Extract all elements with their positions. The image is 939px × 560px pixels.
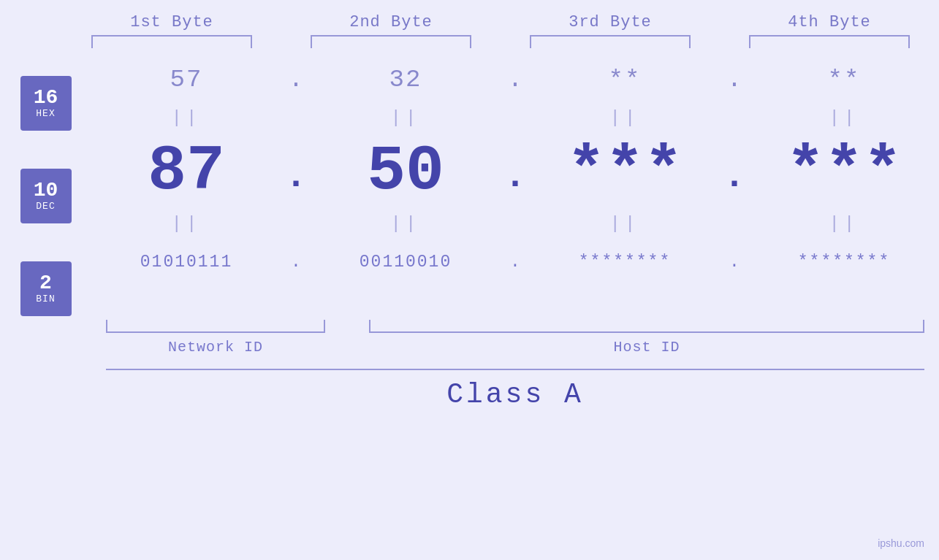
byte-label-3: 3rd Byte (515, 13, 705, 31)
bottom-bracket-network (106, 320, 325, 333)
main-layout: 1st Byte 2nd Byte 3rd Byte 4th Byte (0, 0, 939, 560)
hex-badge: 16 HEX (20, 76, 72, 131)
byte-label-4: 4th Byte (734, 13, 924, 31)
dec-dot-1: . (285, 156, 307, 197)
dec-dot-2: . (504, 156, 526, 197)
bin-badge-label: BIN (36, 294, 55, 304)
eq-sym-1: || (91, 108, 281, 128)
hex-val-2: 32 (389, 66, 422, 93)
bracket-3 (530, 35, 691, 48)
dec-val-4: *** (786, 135, 902, 207)
hex-dot-2: . (508, 66, 522, 93)
host-id-label: Host ID (369, 339, 924, 356)
eq-sym-4: || (749, 108, 939, 128)
dec-val-1: 87 (148, 135, 225, 207)
bin-val-4: ******** (798, 253, 890, 272)
bottom-bracket-host (369, 320, 924, 333)
class-bracket-line (106, 369, 924, 370)
bin-dot-3: . (729, 253, 740, 272)
dec-dot-3: . (723, 156, 745, 197)
bin-dot-2: . (510, 253, 520, 272)
bracket-1 (91, 35, 252, 48)
dec-row: 87 . 50 . *** . *** (91, 131, 939, 211)
dec-badge: 10 DEC (20, 169, 72, 223)
eq-sym-2: || (311, 108, 501, 128)
dec-val-3: *** (567, 135, 683, 207)
bin-row: 01010111 . 00110010 . ******** . *******… (91, 237, 939, 288)
bin-val-1: 01010111 (140, 253, 232, 272)
hex-dot-1: . (289, 66, 303, 93)
class-label-row: Class A (106, 379, 924, 410)
byte-label-2: 2nd Byte (296, 13, 486, 31)
bin-dot-1: . (291, 253, 301, 272)
eq-row-2: || || || || (91, 211, 939, 237)
eq-sym-5: || (91, 214, 281, 234)
badges-column: 16 HEX 10 DEC 2 BIN (0, 54, 91, 316)
eq-sym-3: || (530, 108, 720, 128)
dec-val-2: 50 (367, 135, 444, 207)
dec-badge-label: DEC (36, 201, 55, 212)
hex-badge-label: HEX (36, 108, 55, 119)
hex-val-1: 57 (170, 66, 203, 93)
bin-badge-number: 2 (39, 273, 52, 294)
bin-badge: 2 BIN (20, 261, 72, 316)
dec-badge-number: 10 (34, 180, 58, 201)
data-section: 16 HEX 10 DEC 2 BIN 57 (0, 54, 939, 316)
bin-val-3: ******** (579, 253, 671, 272)
data-rows: 57 . 32 . ** . ** || || || || 87 (91, 54, 939, 288)
bracket-2 (311, 35, 471, 48)
eq-sym-8: || (749, 214, 939, 234)
byte-label-1: 1st Byte (77, 13, 267, 31)
hex-val-3: ** (609, 66, 642, 93)
hex-dot-3: . (727, 66, 742, 93)
bracket-4 (749, 35, 910, 48)
eq-sym-6: || (311, 214, 501, 234)
eq-row-1: || || || || (91, 105, 939, 131)
hex-badge-number: 16 (34, 88, 58, 108)
bin-val-2: 00110010 (360, 253, 452, 272)
watermark: ipshu.com (878, 537, 924, 549)
hex-row: 57 . 32 . ** . ** (91, 54, 939, 105)
hex-val-4: ** (828, 66, 861, 93)
eq-sym-7: || (530, 214, 720, 234)
network-id-label: Network ID (106, 339, 325, 356)
class-label: Class A (446, 379, 584, 410)
